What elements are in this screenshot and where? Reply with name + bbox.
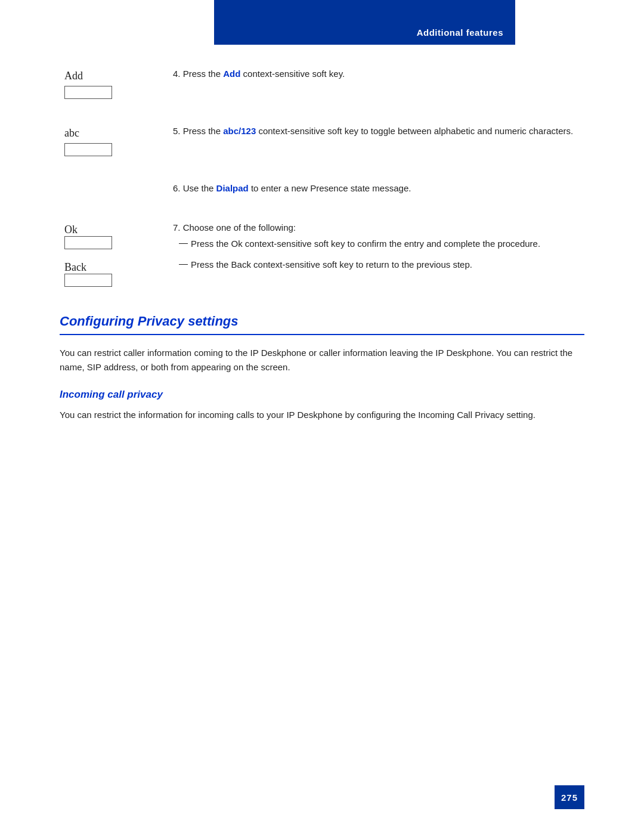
step-7-intro: 7. Choose one of the following:: [173, 222, 584, 233]
abc-button-widget: [64, 143, 112, 156]
dash-ok: —: [179, 237, 191, 247]
subsection-body: You can restrict the information for inc…: [60, 408, 584, 422]
back-button-widget: [64, 274, 112, 287]
sub-bullet-ok-text: Press the Ok context-sensitive soft key …: [191, 237, 540, 251]
two-widgets: Ok Back: [60, 224, 112, 287]
step-6-text: 6. Use the Dialpad to enter a new Presen…: [173, 183, 584, 193]
sub-bullet-back-text: Press the Back context-sensitive soft ke…: [191, 258, 472, 272]
dash-back: —: [179, 258, 191, 268]
section-heading: Configuring Privacy settings: [60, 314, 584, 329]
widget-label-back: Back: [64, 261, 86, 273]
step-4-text: 4. Press the Add context-sensitive soft …: [173, 69, 584, 79]
widget-label-ok: Ok: [64, 224, 78, 236]
sub-bullet-ok: — Press the Ok context-sensitive soft ke…: [179, 237, 584, 251]
step-text-7: 7. Choose one of the following: — Press …: [155, 222, 584, 278]
step-row-7: Ok Back 7. Choose one of the following:: [60, 222, 584, 287]
section-heading-container: Configuring Privacy settings: [60, 314, 584, 335]
step-row-6: 6. Use the Dialpad to enter a new Presen…: [60, 183, 584, 196]
ok-button-widget: [64, 236, 112, 249]
step-widget-4: Add: [60, 69, 155, 99]
step-row-4: Add 4. Press the Add context-sensitive s…: [60, 69, 584, 99]
step-5-text: 5. Press the abc/123 context-sensitive s…: [173, 126, 584, 136]
step-widget-6: [60, 183, 155, 184]
widget-label-abc: abc: [64, 127, 79, 140]
step-widget-5: abc: [60, 126, 155, 156]
step-text-6: 6. Use the Dialpad to enter a new Presen…: [155, 183, 584, 196]
ok-widget: Ok: [60, 224, 112, 249]
page-number: 275: [561, 792, 578, 803]
add-button-widget: [64, 86, 112, 99]
header-bar: Additional features: [214, 0, 515, 45]
page-container: Additional features Add 4. Press the Add…: [0, 0, 644, 833]
step-widget-7: Ok Back: [60, 222, 155, 287]
sub-bullets: — Press the Ok context-sensitive soft ke…: [179, 237, 584, 271]
step-text-5: 5. Press the abc/123 context-sensitive s…: [155, 126, 584, 138]
page-number-box: 275: [555, 785, 584, 809]
step-text-4: 4. Press the Add context-sensitive soft …: [155, 69, 584, 81]
section-body: You can restrict caller information comi…: [60, 346, 584, 374]
widget-label-add: Add: [64, 70, 83, 82]
header-title: Additional features: [417, 27, 503, 38]
subsection-heading: Incoming call privacy: [60, 389, 584, 401]
content-area: Add 4. Press the Add context-sensitive s…: [0, 45, 644, 460]
sub-bullet-back: — Press the Back context-sensitive soft …: [179, 258, 584, 272]
back-widget: Back: [60, 261, 112, 287]
step-row-5: abc 5. Press the abc/123 context-sensiti…: [60, 126, 584, 156]
